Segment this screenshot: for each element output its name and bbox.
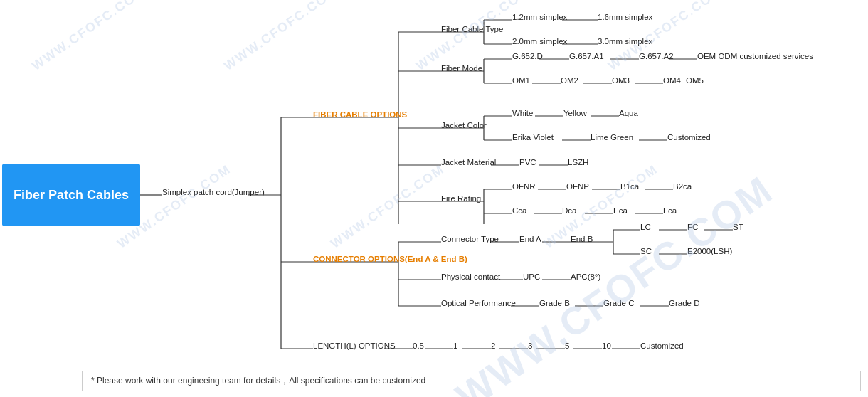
- end-b-node: End B: [571, 235, 593, 243]
- simplex-3-0-node: 3.0mm simplex: [598, 37, 652, 46]
- connector-type-node: Connector Type: [441, 235, 499, 243]
- om4-node: OM4: [663, 76, 681, 85]
- aqua-node: Aqua: [619, 109, 638, 117]
- customized-color-node: Customized: [667, 133, 711, 142]
- pvc-node: PVC: [519, 158, 536, 166]
- b1ca-node: B1ca: [620, 182, 639, 191]
- om2-node: OM2: [561, 76, 578, 85]
- len-2-node: 2: [491, 342, 495, 350]
- main-container: WWW.CFOFC.COM WWW.CFOFC.COM WWW.CFOFC.CO…: [0, 0, 868, 397]
- ofnr-node: OFNR: [512, 182, 536, 191]
- fca-node: Fca: [663, 206, 677, 215]
- erika-violet-node: Erika Violet: [512, 133, 554, 142]
- footer-note: * Please work with our engineeing team f…: [82, 371, 861, 391]
- root-label: Fiber Patch Cables: [14, 188, 129, 203]
- lszh-node: LSZH: [568, 158, 588, 166]
- g652d-node: G.652.D: [512, 52, 543, 60]
- simplex-1-6-node: 1.6mm simplex: [598, 13, 652, 21]
- length-options-node: LENGTH(L) OPTIONS: [313, 342, 396, 350]
- fiber-cable-options-node: FIBER CABLE OPTIONS: [313, 110, 407, 119]
- fire-rating-node: Fire Rating: [441, 194, 481, 203]
- simplex-1-2-node: 1.2mm simplex: [512, 13, 567, 21]
- grade-b-node: Grade B: [539, 299, 570, 307]
- connector-options-node: CONNECTOR OPTIONS(End A & End B): [313, 255, 467, 263]
- white-node: White: [512, 109, 533, 117]
- dca-node: Dca: [562, 206, 576, 215]
- len-10-node: 10: [602, 342, 611, 350]
- len-5-node: 5: [565, 342, 569, 350]
- st-node: ST: [733, 223, 743, 231]
- grade-d-node: Grade D: [669, 299, 699, 307]
- g657a1-node: G.657.A1: [569, 52, 604, 60]
- g657a2-node: G.657.A2: [639, 52, 674, 60]
- fiber-cable-type-node: Fiber Cable Type: [441, 25, 503, 33]
- simplex-node: Simplex patch cord(Jumper): [162, 188, 265, 196]
- len-0-5-node: 0.5: [413, 342, 424, 350]
- e2000-node: E2000(LSH): [687, 247, 732, 255]
- om5-node: OM5: [686, 76, 704, 85]
- om3-node: OM3: [612, 76, 630, 85]
- physical-contact-node: Physical contact: [441, 272, 500, 281]
- sc-node: SC: [640, 247, 652, 255]
- upc-node: UPC: [523, 272, 540, 281]
- lc-node: LC: [640, 223, 651, 231]
- customized-len-node: Customized: [640, 342, 684, 350]
- end-a-node: End A: [519, 235, 541, 243]
- eca-node: Eca: [613, 206, 628, 215]
- jacket-color-node: Jacket Color: [441, 121, 487, 129]
- cca-node: Cca: [512, 206, 526, 215]
- jacket-material-node: Jacket Material: [441, 158, 496, 166]
- fiber-mode-node: Fiber Mode: [441, 64, 482, 73]
- lime-green-node: Lime Green: [591, 133, 633, 142]
- ofnp-node: OFNP: [566, 182, 589, 191]
- oem-odm-node: OEM ODM customized services: [697, 52, 813, 60]
- len-3-node: 3: [528, 342, 532, 350]
- simplex-2-0-node: 2.0mm simplex: [512, 37, 567, 46]
- apc-node: APC(8°): [571, 272, 600, 281]
- b2ca-node: B2ca: [673, 182, 692, 191]
- optical-performance-node: Optical Performance: [441, 299, 516, 307]
- root-node: Fiber Patch Cables: [2, 164, 140, 226]
- grade-c-node: Grade C: [603, 299, 634, 307]
- yellow-node: Yellow: [563, 109, 587, 117]
- len-1-node: 1: [453, 342, 457, 350]
- fc-node: FC: [687, 223, 698, 231]
- om1-node: OM1: [512, 76, 530, 85]
